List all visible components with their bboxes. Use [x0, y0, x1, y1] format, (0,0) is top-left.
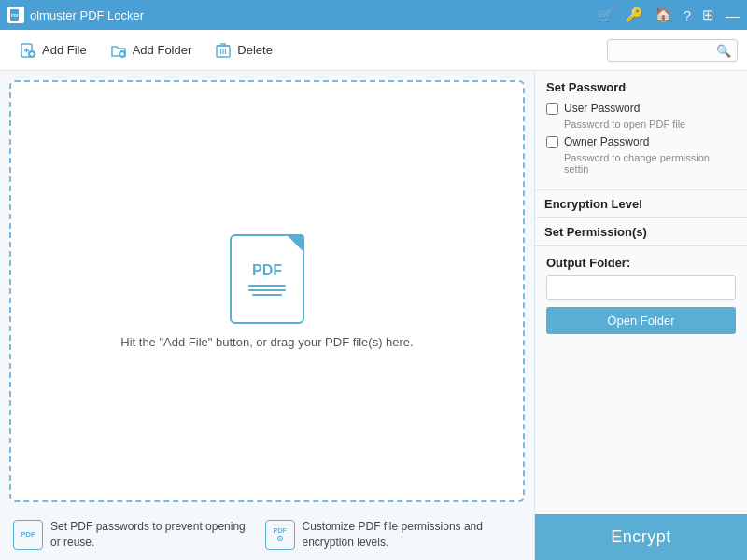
encryption-level-label: Encryption Level	[544, 197, 642, 211]
home-icon[interactable]: 🏠	[655, 7, 672, 23]
owner-password-row: Owner Password	[546, 135, 736, 148]
drop-zone-instruction: Hit the "Add File" button, or drag your …	[120, 335, 413, 349]
delete-icon	[214, 41, 233, 60]
right-panel: Set Password User Password Password to o…	[534, 71, 747, 560]
add-file-button[interactable]: Add File	[9, 36, 96, 64]
pdf-line-2	[248, 289, 286, 291]
info-item-1: PDF Set PDF passwords to prevent opening…	[13, 519, 247, 551]
search-icon: 🔍	[716, 43, 731, 57]
left-panel: PDF Hit the "Add File" button, or drag y…	[0, 71, 534, 560]
pdf-icon-wrapper: PDF	[230, 234, 304, 324]
main-layout: PDF Hit the "Add File" button, or drag y…	[0, 71, 747, 560]
output-folder-label: Output Folder:	[546, 256, 736, 270]
open-folder-button[interactable]: Open Folder	[546, 307, 736, 334]
pdf-line-1	[248, 285, 286, 287]
encryption-level-button[interactable]: Encryption Level	[535, 190, 747, 218]
set-permissions-button[interactable]: Set Permission(s)	[535, 218, 747, 246]
add-file-label: Add File	[42, 43, 87, 57]
app-icon: PDF	[7, 7, 24, 23]
info-text-1: Set PDF passwords to prevent opening or …	[50, 519, 247, 551]
user-password-hint: Password to open PDF file	[564, 119, 736, 130]
info-text-2: Customize PDF file permissions and encry…	[303, 519, 521, 551]
title-bar-controls[interactable]: 🛒 🔑 🏠 ? ⊞ —	[597, 7, 740, 23]
add-file-icon	[19, 41, 37, 60]
add-folder-label: Add Folder	[133, 43, 192, 57]
app-title: olmuster PDF Locker	[30, 8, 144, 22]
owner-password-label[interactable]: Owner Password	[564, 135, 649, 148]
add-folder-icon	[109, 41, 128, 60]
toolbar: Add File Add Folder Delete	[0, 30, 747, 71]
pdf-icon: PDF	[230, 234, 304, 324]
pdf-line-3	[252, 294, 282, 296]
output-folder-section: Output Folder: Open Folder	[535, 246, 747, 351]
svg-text:PDF: PDF	[11, 13, 20, 18]
info-item-2: PDF ⊙ Customize PDF file permissions and…	[265, 519, 521, 551]
search-container: 🔍	[607, 39, 738, 62]
title-bar: PDF olmuster PDF Locker 🛒 🔑 🏠 ? ⊞ —	[0, 0, 747, 30]
right-bottom: Encrypt	[535, 514, 747, 560]
open-folder-label: Open Folder	[607, 314, 674, 328]
drop-zone[interactable]: PDF Hit the "Add File" button, or drag y…	[9, 80, 525, 502]
help-icon[interactable]: ?	[684, 7, 691, 23]
set-permissions-label: Set Permission(s)	[544, 225, 647, 239]
output-folder-input[interactable]	[546, 275, 736, 300]
key-icon[interactable]: 🔑	[626, 7, 643, 23]
user-password-label[interactable]: User Password	[564, 102, 640, 115]
user-password-row: User Password	[546, 102, 736, 115]
restore-icon[interactable]: ⊞	[702, 7, 714, 23]
minimize-icon[interactable]: —	[726, 7, 740, 23]
info-icon-1: PDF	[13, 520, 43, 550]
delete-button[interactable]: Delete	[204, 36, 282, 64]
delete-label: Delete	[237, 43, 273, 57]
info-bar: PDF Set PDF passwords to prevent opening…	[9, 511, 525, 551]
set-password-title: Set Password	[546, 80, 736, 94]
pdf-icon-text: PDF	[252, 262, 282, 279]
add-folder-button[interactable]: Add Folder	[100, 36, 202, 64]
pdf-icon-lines	[248, 285, 286, 296]
cart-icon[interactable]: 🛒	[597, 7, 614, 23]
title-bar-left: PDF olmuster PDF Locker	[7, 7, 144, 23]
user-password-checkbox[interactable]	[546, 103, 558, 115]
info-icon-2: PDF ⊙	[265, 520, 295, 550]
encrypt-button[interactable]: Encrypt	[535, 514, 747, 560]
encrypt-label: Encrypt	[611, 527, 671, 546]
owner-password-checkbox[interactable]	[546, 136, 558, 148]
set-password-section: Set Password User Password Password to o…	[535, 71, 747, 190]
owner-password-hint: Password to change permission settin	[564, 152, 736, 175]
